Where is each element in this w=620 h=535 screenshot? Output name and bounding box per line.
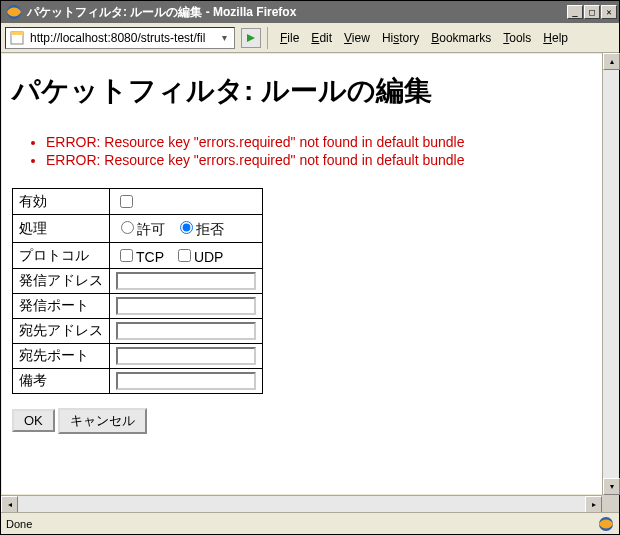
tcp-label: TCP bbox=[136, 249, 164, 265]
svg-rect-2 bbox=[11, 32, 23, 35]
titlebar: パケットフィルタ: ルールの編集 - Mozilla Firefox _ □ ✕ bbox=[1, 1, 619, 23]
label-protocol: プロトコル bbox=[13, 243, 110, 269]
row-src-addr: 発信アドレス bbox=[13, 269, 263, 294]
firefox-icon bbox=[598, 516, 614, 532]
statusbar: Done bbox=[1, 512, 619, 534]
row-src-port: 発信ポート bbox=[13, 294, 263, 319]
src-port-input[interactable] bbox=[116, 297, 256, 315]
url-input[interactable] bbox=[28, 30, 214, 46]
error-item: ERROR: Resource key "errors.required" no… bbox=[46, 152, 592, 168]
browser-window: パケットフィルタ: ルールの編集 - Mozilla Firefox _ □ ✕… bbox=[0, 0, 620, 535]
page-heading: パケットフィルタ: ルールの編集 bbox=[12, 72, 592, 110]
label-action: 処理 bbox=[13, 215, 110, 243]
toolbar: ▾ File Edit View History Bookmarks Tools… bbox=[1, 23, 619, 53]
label-src-port: 発信ポート bbox=[13, 294, 110, 319]
radio-deny-label: 拒否 bbox=[196, 221, 224, 237]
dst-port-input[interactable] bbox=[116, 347, 256, 365]
row-enabled: 有効 bbox=[13, 189, 263, 215]
label-src-addr: 発信アドレス bbox=[13, 269, 110, 294]
page-content: パケットフィルタ: ルールの編集 ERROR: Resource key "er… bbox=[2, 54, 602, 494]
error-item: ERROR: Resource key "errors.required" no… bbox=[46, 134, 592, 150]
close-button[interactable]: ✕ bbox=[601, 5, 617, 19]
remarks-input[interactable] bbox=[116, 372, 256, 390]
dst-addr-input[interactable] bbox=[116, 322, 256, 340]
radio-deny[interactable] bbox=[180, 221, 193, 234]
menu-file[interactable]: File bbox=[280, 31, 299, 45]
radio-allow[interactable] bbox=[121, 221, 134, 234]
label-enabled: 有効 bbox=[13, 189, 110, 215]
chevron-down-icon[interactable]: ▾ bbox=[217, 31, 231, 45]
minimize-button[interactable]: _ bbox=[567, 5, 583, 19]
vertical-scrollbar[interactable]: ▴ ▾ bbox=[602, 53, 619, 495]
form-table: 有効 処理 許可 拒否 プロトコル TCP UDP bbox=[12, 188, 263, 394]
menu-help[interactable]: Help bbox=[543, 31, 568, 45]
tcp-checkbox[interactable] bbox=[120, 249, 133, 262]
row-action: 処理 許可 拒否 bbox=[13, 215, 263, 243]
error-list: ERROR: Resource key "errors.required" no… bbox=[12, 134, 592, 168]
menu-bookmarks[interactable]: Bookmarks bbox=[431, 31, 491, 45]
menu-tools[interactable]: Tools bbox=[503, 31, 531, 45]
udp-checkbox[interactable] bbox=[178, 249, 191, 262]
horizontal-scrollbar[interactable]: ◂ ▸ bbox=[1, 495, 602, 512]
row-dst-addr: 宛先アドレス bbox=[13, 319, 263, 344]
row-protocol: プロトコル TCP UDP bbox=[13, 243, 263, 269]
scroll-corner bbox=[602, 495, 619, 512]
scroll-up-icon[interactable]: ▴ bbox=[603, 53, 620, 70]
label-dst-port: 宛先ポート bbox=[13, 344, 110, 369]
scroll-down-icon[interactable]: ▾ bbox=[603, 478, 620, 495]
label-remarks: 備考 bbox=[13, 369, 110, 394]
ok-button[interactable]: OK bbox=[12, 409, 55, 432]
menu-view[interactable]: View bbox=[344, 31, 370, 45]
separator bbox=[267, 27, 268, 49]
row-dst-port: 宛先ポート bbox=[13, 344, 263, 369]
url-box[interactable]: ▾ bbox=[5, 27, 235, 49]
enabled-checkbox[interactable] bbox=[120, 195, 133, 208]
udp-label: UDP bbox=[194, 249, 224, 265]
menu-bar: File Edit View History Bookmarks Tools H… bbox=[274, 31, 568, 45]
row-remarks: 備考 bbox=[13, 369, 263, 394]
maximize-button[interactable]: □ bbox=[584, 5, 600, 19]
src-addr-input[interactable] bbox=[116, 272, 256, 290]
firefox-icon bbox=[6, 4, 22, 20]
scroll-left-icon[interactable]: ◂ bbox=[1, 496, 18, 513]
label-dst-addr: 宛先アドレス bbox=[13, 319, 110, 344]
page-icon bbox=[9, 30, 25, 46]
go-button[interactable] bbox=[241, 28, 261, 48]
menu-history[interactable]: History bbox=[382, 31, 419, 45]
radio-allow-label: 許可 bbox=[137, 221, 165, 237]
cancel-button[interactable]: キャンセル bbox=[58, 408, 147, 434]
status-text: Done bbox=[6, 518, 32, 530]
scroll-right-icon[interactable]: ▸ bbox=[585, 496, 602, 513]
window-title: パケットフィルタ: ルールの編集 - Mozilla Firefox bbox=[27, 4, 296, 21]
menu-edit[interactable]: Edit bbox=[311, 31, 332, 45]
